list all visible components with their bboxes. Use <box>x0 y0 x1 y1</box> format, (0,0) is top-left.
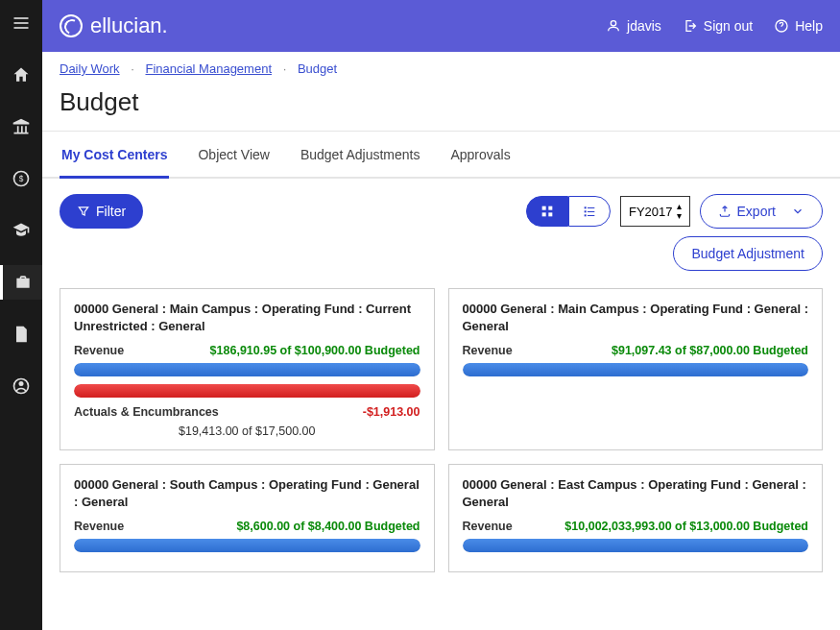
budget-adjustment-button[interactable]: Budget Adjustment <box>673 236 823 271</box>
institution-icon[interactable] <box>0 109 42 144</box>
export-icon <box>718 205 732 218</box>
fy-value: FY2017 <box>629 205 673 219</box>
export-button[interactable]: Export <box>700 194 823 229</box>
svg-rect-0 <box>14 17 29 19</box>
svg-point-6 <box>19 381 24 386</box>
home-icon[interactable] <box>0 58 42 92</box>
breadcrumb-sep: · <box>131 61 134 76</box>
signout-label: Sign out <box>704 18 753 34</box>
revenue-value: $91,097.43 of $87,000.00 Budgeted <box>612 344 808 357</box>
brand: ellucian. <box>60 13 606 38</box>
filter-icon <box>77 205 90 218</box>
grid-icon <box>540 204 555 219</box>
revenue-label: Revenue <box>463 344 513 357</box>
briefcase-icon[interactable] <box>0 265 42 300</box>
svg-rect-13 <box>585 206 587 208</box>
revenue-label: Revenue <box>74 520 124 533</box>
budget-adjustment-label: Budget Adjustment <box>691 246 804 261</box>
revenue-bar <box>74 539 420 552</box>
filter-button[interactable]: Filter <box>60 194 143 229</box>
cost-center-card[interactable]: 00000 General : South Campus : Operating… <box>60 464 435 572</box>
sidebar: $ <box>0 0 42 630</box>
revenue-bar <box>463 363 809 376</box>
user-icon <box>606 18 621 34</box>
list-icon <box>582 204 597 219</box>
signout-button[interactable]: Sign out <box>683 18 753 34</box>
academics-icon[interactable] <box>0 213 42 248</box>
ae-label: Actuals & Encumbrances <box>74 405 219 419</box>
breadcrumb-daily-work[interactable]: Daily Work <box>60 61 120 76</box>
svg-rect-1 <box>14 22 29 24</box>
encumbrance-bar <box>74 384 420 398</box>
card-title: 00000 General : Main Campus : Operating … <box>463 301 809 334</box>
signout-icon <box>683 18 698 34</box>
topbar: ellucian. jdavis Sign out Help <box>42 0 840 52</box>
svg-point-7 <box>611 21 615 26</box>
help-label: Help <box>795 18 823 34</box>
card-title: 00000 General : South Campus : Operating… <box>74 476 420 510</box>
filter-label: Filter <box>96 204 126 219</box>
svg-text:$: $ <box>19 174 24 183</box>
svg-rect-10 <box>548 206 552 210</box>
breadcrumb-sep: · <box>283 61 287 76</box>
help-button[interactable]: Help <box>774 18 823 34</box>
svg-rect-2 <box>14 27 29 29</box>
cost-center-cards: 00000 General : Main Campus : Operating … <box>42 279 840 590</box>
svg-rect-12 <box>548 212 552 216</box>
svg-rect-16 <box>588 211 594 212</box>
svg-rect-18 <box>588 215 594 216</box>
menu-icon[interactable] <box>0 6 42 40</box>
top-actions: jdavis Sign out Help <box>606 18 823 34</box>
profile-icon[interactable] <box>0 369 42 403</box>
select-arrows-icon: ▴▾ <box>677 202 682 221</box>
help-icon <box>774 18 789 34</box>
revenue-value: $8,600.00 of $8,400.00 Budgeted <box>236 520 420 533</box>
export-label: Export <box>737 204 776 219</box>
svg-rect-11 <box>542 212 546 216</box>
page-title: Budget <box>42 82 840 132</box>
tab-budget-adjustments[interactable]: Budget Adjustments <box>299 133 422 179</box>
card-title: 00000 General : Main Campus : Operating … <box>74 301 420 334</box>
document-icon[interactable] <box>0 317 42 351</box>
list-view-button[interactable] <box>568 196 611 227</box>
cost-center-card[interactable]: 00000 General : Main Campus : Operating … <box>448 288 824 450</box>
cost-center-card[interactable]: 00000 General : East Campus : Operating … <box>448 464 824 572</box>
ae-value: -$1,913.00 <box>363 405 420 419</box>
revenue-value: $186,910.95 of $100,900.00 Budgeted <box>210 344 420 357</box>
main-content: ellucian. jdavis Sign out Help Daily Wor… <box>42 0 840 630</box>
tab-approvals[interactable]: Approvals <box>448 133 512 179</box>
svg-rect-15 <box>585 210 587 212</box>
payments-icon[interactable]: $ <box>0 161 42 196</box>
card-title: 00000 General : East Campus : Operating … <box>463 476 809 510</box>
revenue-label: Revenue <box>463 520 513 533</box>
tabs: My Cost Centers Object View Budget Adjus… <box>42 132 840 179</box>
chevron-down-icon <box>791 205 804 218</box>
breadcrumb-current: Budget <box>298 61 337 76</box>
tab-my-cost-centers[interactable]: My Cost Centers <box>60 133 169 179</box>
breadcrumb-financial-management[interactable]: Financial Management <box>145 61 272 76</box>
user-menu[interactable]: jdavis <box>606 18 661 34</box>
revenue-label: Revenue <box>74 344 124 357</box>
fiscal-year-select[interactable]: FY2017 ▴▾ <box>620 196 690 227</box>
toolbar: Filter FY2017 ▴▾ <box>42 179 840 279</box>
breadcrumb: Daily Work · Financial Management · Budg… <box>42 52 840 82</box>
brand-name: ellucian. <box>90 13 168 38</box>
revenue-bar <box>463 539 809 552</box>
cost-center-card[interactable]: 00000 General : Main Campus : Operating … <box>60 288 435 450</box>
revenue-bar <box>74 363 420 376</box>
svg-rect-9 <box>542 206 546 210</box>
grid-view-button[interactable] <box>526 196 568 227</box>
svg-rect-14 <box>588 207 594 208</box>
brand-logo-icon <box>60 14 83 37</box>
svg-rect-17 <box>585 214 587 216</box>
user-name: jdavis <box>627 18 661 34</box>
tab-object-view[interactable]: Object View <box>196 133 271 179</box>
revenue-value: $10,002,033,993.00 of $13,000.00 Budgete… <box>564 520 808 533</box>
ae-sub: $19,413.00 of $17,500.00 <box>74 424 420 438</box>
view-toggle <box>526 196 611 227</box>
